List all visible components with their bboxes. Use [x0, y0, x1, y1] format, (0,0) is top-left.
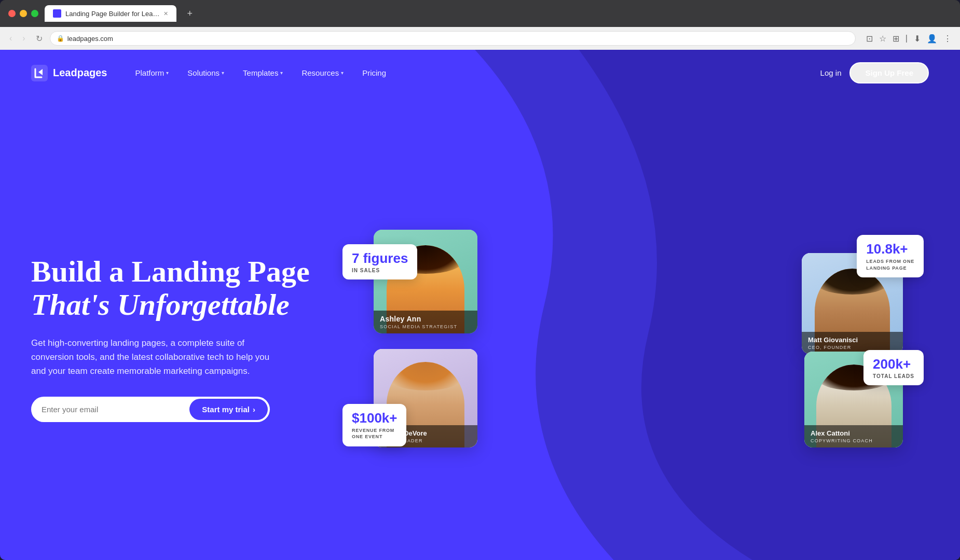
shelby-stat-label1: REVENUE FROM	[352, 427, 397, 434]
nav-platform[interactable]: Platform ▾	[128, 65, 176, 80]
security-lock-icon: 🔒	[57, 35, 64, 42]
hero-description: Get high-converting landing pages, a com…	[31, 336, 280, 379]
profile-icon[interactable]: 👤	[925, 32, 939, 46]
minimize-window-button[interactable]	[20, 10, 27, 17]
start-trial-button[interactable]: Start my trial ›	[189, 399, 268, 420]
ashley-name: Ashley Ann	[380, 315, 471, 323]
svg-rect-0	[31, 65, 48, 81]
hero-title: Build a Landing Page That's Unforgettabl…	[31, 255, 311, 321]
ashley-role: Social Media Strategist	[380, 324, 471, 329]
nav-links: Platform ▾ Solutions ▾ Templates ▾ Resou…	[128, 65, 393, 80]
refresh-button[interactable]: ↻	[33, 32, 46, 46]
signup-button[interactable]: Sign Up Free	[849, 62, 929, 83]
traffic-lights	[8, 10, 38, 17]
platform-chevron-icon: ▾	[166, 70, 169, 76]
resources-chevron-icon: ▾	[341, 70, 344, 76]
login-link[interactable]: Log in	[812, 65, 850, 80]
stat-shelby: $100k+ REVENUE FROM ONE EVENT	[342, 404, 406, 446]
close-window-button[interactable]	[8, 10, 16, 17]
email-form[interactable]: Start my trial ›	[31, 397, 270, 422]
tab-favicon	[53, 9, 61, 18]
shelby-stat-label2: ONE EVENT	[352, 433, 397, 440]
browser-titlebar: Landing Page Builder for Lea… ✕ +	[0, 0, 960, 27]
nav-pricing[interactable]: Pricing	[355, 65, 393, 80]
page-content: Leadpages Platform ▾ Solutions ▾ Templat…	[0, 50, 960, 560]
tab-title: Landing Page Builder for Lea…	[65, 10, 159, 18]
matt-stat-number: 10.8k+	[866, 241, 914, 257]
hero-section: Build a Landing Page That's Unforgettabl…	[0, 96, 960, 560]
nav-templates[interactable]: Templates ▾	[236, 65, 290, 80]
star-icon[interactable]: ☆	[877, 32, 888, 46]
ashley-stat-label: IN SALES	[352, 268, 408, 273]
extensions-icon[interactable]: ⊞	[890, 32, 901, 46]
alex-stat-label: TOTAL LEADS	[873, 373, 914, 379]
cast-icon[interactable]: ⊡	[864, 32, 875, 46]
navbar: Leadpages Platform ▾ Solutions ▾ Templat…	[0, 50, 960, 96]
matt-stat-label1: LEADS FROM ONE	[866, 258, 914, 265]
matt-name: Matt Giovanisci	[808, 336, 897, 344]
stat-alex: 200k+ TOTAL LEADS	[863, 350, 924, 385]
toolbar-icons: ⊡ ☆ ⊞ | ⬇ 👤 ⋮	[864, 32, 954, 46]
menu-icon[interactable]: ⋮	[941, 32, 954, 46]
stat-ashley: 7 figures IN SALES	[342, 244, 417, 279]
nav-resources[interactable]: Resources ▾	[294, 65, 351, 80]
nav-solutions[interactable]: Solutions ▾	[180, 65, 231, 80]
ashley-stat-number: 7 figures	[352, 250, 408, 267]
email-input[interactable]	[42, 401, 189, 418]
shelby-stat-number: $100k+	[352, 410, 397, 426]
matt-role: CEO, Founder	[808, 345, 897, 350]
url-bar[interactable]: 🔒 leadpages.com	[50, 31, 856, 46]
hero-content: Build a Landing Page That's Unforgettabl…	[31, 255, 332, 422]
tab-close-icon[interactable]: ✕	[163, 10, 168, 17]
back-button[interactable]: ‹	[6, 32, 15, 45]
alex-name: Alex Cattoni	[811, 429, 897, 437]
forward-button[interactable]: ›	[19, 32, 28, 45]
download-icon[interactable]: ⬇	[912, 32, 923, 46]
templates-chevron-icon: ▾	[280, 70, 283, 76]
url-text: leadpages.com	[67, 35, 113, 43]
solutions-chevron-icon: ▾	[222, 70, 224, 76]
alex-role: Copywriting Coach	[811, 438, 897, 443]
browser-tab[interactable]: Landing Page Builder for Lea… ✕	[45, 5, 176, 22]
testimonial-cards: Ashley Ann Social Media Strategist 7 fig…	[332, 230, 929, 458]
stat-matt: 10.8k+ LEADS FROM ONE LANDING PAGE	[857, 235, 924, 277]
logo-text: Leadpages	[53, 67, 107, 79]
maximize-window-button[interactable]	[31, 10, 38, 17]
new-tab-button[interactable]: +	[183, 6, 197, 21]
browser-window: Landing Page Builder for Lea… ✕ + ‹ › ↻ …	[0, 0, 960, 560]
logo[interactable]: Leadpages	[31, 65, 107, 81]
alex-stat-number: 200k+	[873, 356, 914, 372]
matt-stat-label2: LANDING PAGE	[866, 265, 914, 272]
separator-icon: |	[903, 32, 910, 46]
arrow-icon: ›	[253, 405, 255, 414]
browser-toolbar: ‹ › ↻ 🔒 leadpages.com ⊡ ☆ ⊞ | ⬇ 👤 ⋮	[0, 27, 960, 50]
